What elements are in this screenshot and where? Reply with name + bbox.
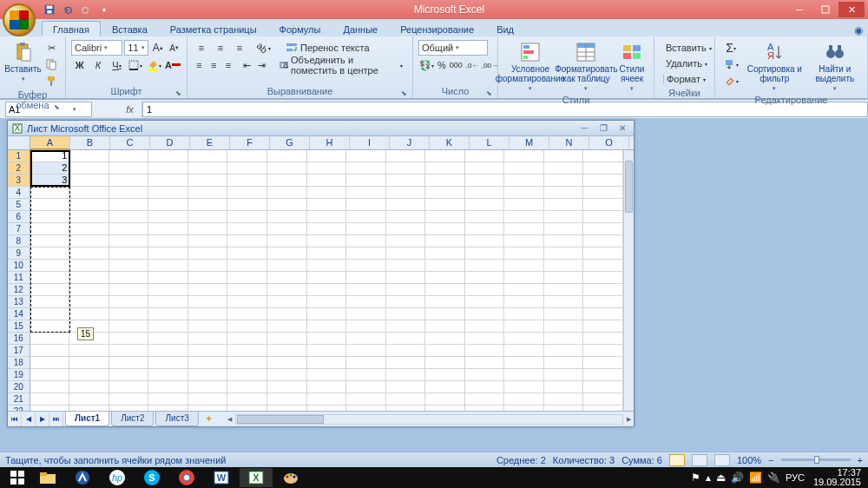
cell[interactable] xyxy=(386,175,426,187)
cell[interactable] xyxy=(425,406,465,411)
cell[interactable] xyxy=(544,162,584,175)
cell[interactable] xyxy=(544,211,584,223)
tab-view[interactable]: Вид xyxy=(485,21,525,36)
cell[interactable] xyxy=(69,150,109,162)
cell[interactable] xyxy=(227,320,267,333)
cell[interactable] xyxy=(69,345,109,357)
new-sheet-button[interactable]: ✦ xyxy=(201,413,218,425)
tray-network-icon[interactable]: 📶 xyxy=(749,472,762,484)
cell[interactable] xyxy=(227,260,267,272)
scroll-right-icon[interactable]: ▶ xyxy=(623,414,634,425)
cell[interactable] xyxy=(30,333,70,345)
cell[interactable] xyxy=(30,345,70,357)
orientation-button[interactable]: ab▾ xyxy=(255,40,273,56)
row-header[interactable]: 19 xyxy=(8,369,30,381)
cell[interactable] xyxy=(267,393,307,406)
column-header[interactable]: H xyxy=(310,136,350,149)
cell[interactable] xyxy=(30,308,70,320)
cell[interactable] xyxy=(267,199,307,211)
cell[interactable] xyxy=(346,211,386,223)
tray-clock[interactable]: 17:37 19.09.2015 xyxy=(810,468,865,487)
cell[interactable] xyxy=(30,357,70,369)
cell[interactable] xyxy=(386,187,426,199)
cell[interactable] xyxy=(544,187,584,199)
cell[interactable] xyxy=(504,235,544,247)
cell[interactable] xyxy=(544,260,584,272)
cell[interactable] xyxy=(425,296,465,308)
qat-save-icon[interactable] xyxy=(42,2,57,17)
cell[interactable] xyxy=(504,320,544,333)
cell[interactable] xyxy=(425,260,465,272)
cell[interactable] xyxy=(465,235,505,247)
column-header[interactable]: I xyxy=(350,136,390,149)
align-bottom-button[interactable]: ≡ xyxy=(231,40,248,56)
row-header[interactable]: 16 xyxy=(8,333,30,345)
zoom-in-button[interactable]: + xyxy=(858,455,863,465)
cell[interactable] xyxy=(30,284,70,296)
restore-button[interactable] xyxy=(812,2,838,17)
row-header[interactable]: 22 xyxy=(8,406,30,411)
cell[interactable] xyxy=(386,357,426,369)
cell[interactable] xyxy=(346,406,386,411)
cell[interactable] xyxy=(109,187,149,199)
cell[interactable] xyxy=(583,296,623,308)
minimize-button[interactable]: ─ xyxy=(786,2,812,17)
cell[interactable] xyxy=(69,272,109,284)
cell[interactable] xyxy=(227,296,267,308)
cell[interactable] xyxy=(109,308,149,320)
tray-flag-icon[interactable]: ⚑ xyxy=(691,472,700,484)
cell[interactable] xyxy=(69,260,109,272)
row-header[interactable]: 14 xyxy=(8,308,30,320)
row-header[interactable]: 5 xyxy=(8,199,30,211)
column-header[interactable]: K xyxy=(430,136,470,149)
cell[interactable] xyxy=(425,150,465,162)
sheet-tab[interactable]: Лист3 xyxy=(155,412,198,426)
cell[interactable] xyxy=(109,296,149,308)
cell[interactable] xyxy=(267,223,307,235)
column-header[interactable]: M xyxy=(510,136,549,149)
cell[interactable] xyxy=(544,272,584,284)
cell[interactable] xyxy=(465,211,505,223)
cell[interactable] xyxy=(30,211,70,223)
cell[interactable] xyxy=(188,393,228,406)
cell[interactable] xyxy=(227,357,267,369)
zoom-out-button[interactable]: − xyxy=(768,455,773,465)
select-all-corner[interactable] xyxy=(8,136,30,149)
cell[interactable] xyxy=(386,162,426,175)
cell[interactable] xyxy=(148,357,188,369)
cell[interactable] xyxy=(504,393,544,406)
cell[interactable] xyxy=(69,187,109,199)
align-left-button[interactable]: ≡ xyxy=(193,57,206,73)
cell[interactable] xyxy=(267,369,307,381)
cell[interactable] xyxy=(346,369,386,381)
percent-button[interactable]: % xyxy=(437,57,447,73)
chevron-down-icon[interactable]: ▾ xyxy=(73,106,76,113)
cell[interactable] xyxy=(346,235,386,247)
cell[interactable] xyxy=(465,272,505,284)
cell[interactable] xyxy=(188,223,228,235)
cell[interactable] xyxy=(583,187,623,199)
cell[interactable] xyxy=(69,406,109,411)
cell[interactable] xyxy=(346,260,386,272)
sheet-nav-prev[interactable]: ◀ xyxy=(22,412,36,426)
cell[interactable] xyxy=(346,247,386,260)
cell[interactable] xyxy=(188,320,228,333)
cell[interactable] xyxy=(267,187,307,199)
font-name-combo[interactable]: Calibri▾ xyxy=(71,40,122,56)
cell[interactable] xyxy=(504,308,544,320)
insert-function-button[interactable]: fx xyxy=(118,102,142,117)
cell[interactable] xyxy=(148,150,188,162)
taskbar-skype[interactable]: S xyxy=(135,468,168,487)
row-header[interactable]: 6 xyxy=(8,211,30,223)
cell[interactable] xyxy=(583,260,623,272)
merge-center-button[interactable]: aОбъединить и поместить в центре ▾ xyxy=(275,57,407,73)
cell[interactable] xyxy=(267,284,307,296)
cell[interactable] xyxy=(544,199,584,211)
cell[interactable] xyxy=(148,296,188,308)
cell[interactable] xyxy=(386,247,426,260)
cell[interactable] xyxy=(109,162,149,175)
cell[interactable] xyxy=(188,296,228,308)
cell[interactable] xyxy=(504,357,544,369)
cell[interactable] xyxy=(69,284,109,296)
format-painter-button[interactable] xyxy=(43,73,60,89)
